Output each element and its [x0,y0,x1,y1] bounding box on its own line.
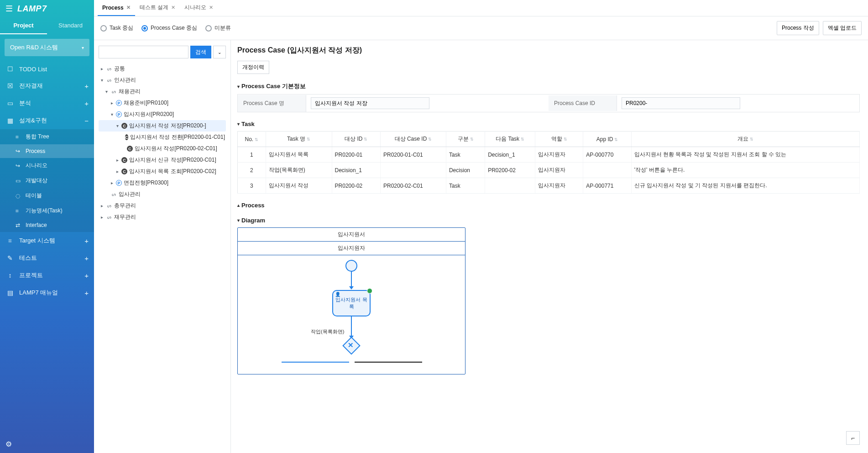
diagram-start-event[interactable] [345,260,357,272]
tree-toggle-icon[interactable]: ▸ [110,100,114,105]
tree-toggle-icon[interactable]: ▸ [115,169,120,174]
submenu-icon: ⌗ [16,134,23,140]
settings-icon[interactable]: ⚙ [5,440,12,448]
table-column-header[interactable]: 다음 Task⇅ [485,132,535,147]
table-row[interactable]: 3입사지원서 작성PR0200-02PR0200-02-C01Task입사지원자… [238,178,860,194]
column-label: 구분 [458,136,469,142]
tree-toggle-icon[interactable]: ▸ [99,66,104,71]
sort-icon: ⇅ [428,137,432,142]
sidebar-item[interactable]: ▤LAMP7 매뉴얼+ [0,284,94,301]
tree-node[interactable]: ▸C입사지원서 작성 전환[PR0200-01-C01] [99,132,226,143]
tree-node[interactable]: ▸P채용준비[PR0100] [99,97,226,109]
case-icon: C [121,157,127,163]
sidebar-item[interactable]: ▭분석+ [0,95,94,112]
close-icon[interactable]: ✕ [171,5,175,11]
tree-node[interactable]: ▸ᔕ공통 [99,63,226,74]
tree-node[interactable]: ▾C입사지원서 작성 저장[PR0200-] [99,120,226,132]
tree-toggle-icon[interactable]: ▾ [115,123,120,128]
tree-node[interactable]: ▾P입사지원서[PR0200] [99,109,226,120]
bpmn-diagram[interactable]: 입사지원서 입사지원자 입사지원서 목록 👤 작업(목록화면) [237,227,465,374]
table-cell [380,163,446,178]
sidebar-item[interactable]: ✎테스트+ [0,249,94,267]
field-id-input[interactable] [622,97,740,109]
diagram-canvas[interactable]: 입사지원서 목록 👤 작업(목록화면) ✕ [238,255,465,374]
menu-toggle-icon[interactable]: ☰ [5,4,13,14]
section-diagram-header[interactable]: ▾ Diagram [237,217,860,224]
tree-search-button[interactable]: 검색 [190,46,211,58]
table-cell: 신규 입사지원서 작성 및 기 작성된 지원서를 편집한다. [631,178,859,194]
sidebar-subitem[interactable]: ⌗통합 Tree [0,129,94,144]
editor-tab[interactable]: 테스트 설계✕ [135,0,180,16]
table-column-header[interactable]: 대상 Case ID⇅ [380,132,446,147]
tree-node[interactable]: ▸ᔕ입사관리 [99,189,226,200]
tree-toggle-icon[interactable]: ▸ [99,215,104,220]
tree-toggle-icon[interactable]: ▸ [110,180,114,185]
editor-tab[interactable]: Process✕ [98,0,135,16]
sidebar-item[interactable]: ☐TODO List [0,61,94,77]
sidebar-subitem[interactable]: ⌗기능명세(Task) [0,203,94,218]
close-icon[interactable]: ✕ [126,5,131,11]
table-cell [583,163,631,178]
sidebar-tab-project[interactable]: Project [0,17,47,34]
sidebar-item[interactable]: ☒전자결재+ [0,77,94,95]
table-column-header[interactable]: 역할⇅ [535,132,583,147]
table-column-header[interactable]: 개요⇅ [631,132,859,147]
sidebar-subitem[interactable]: ↪시나리오 [0,158,94,173]
section-basic-header[interactable]: ▾ Process Case 기본정보 [237,82,860,90]
tree-node[interactable]: ▸ᔕ총무관리 [99,200,226,211]
tree-toggle-icon[interactable]: ▸ [99,203,104,208]
sidebar-item[interactable]: ↕프로젝트+ [0,267,94,284]
menu-icon: ↕ [5,272,15,279]
process-create-button[interactable]: Process 작성 [777,21,819,35]
tree-node[interactable]: ▸C입사지원서 작성[PR0200-02-C01] [99,143,226,154]
table-row[interactable]: 1입사지원서 목록PR0200-01PR0200-01-C01TaskDecis… [238,147,860,163]
tree-toggle-icon[interactable]: ▾ [110,112,114,117]
tree-node[interactable]: ▾ᔕ채용관리 [99,86,226,97]
sort-icon: ⇅ [614,137,618,142]
table-cell: AP-000770 [583,147,631,163]
sidebar-item-label: 테스트 [19,254,84,262]
page-title: Process Case (입사지원서 작성 저장) [237,46,860,55]
table-column-header[interactable]: Task 명⇅ [266,132,332,147]
view-mode-option[interactable]: Process Case 중심 [141,24,197,32]
table-cell: PR0200-02 [332,178,380,194]
sidebar-tab-standard[interactable]: Standard [47,17,94,34]
column-label: 대상 Case ID [395,136,427,142]
table-column-header[interactable]: App ID⇅ [583,132,631,147]
history-button[interactable]: 개정이력 [237,61,269,74]
locate-origin-button[interactable]: ⌐ [846,431,860,445]
sidebar-item[interactable]: ⌗Target 시스템+ [0,232,94,249]
tree-node[interactable]: ▾ᔕ인사관리 [99,74,226,86]
close-icon[interactable]: ✕ [209,5,213,11]
section-process-header[interactable]: ▴ Process [237,202,860,209]
sidebar-item[interactable]: ▦설계&구현− [0,112,94,129]
view-mode-option[interactable]: 미분류 [205,24,231,32]
view-mode-option[interactable]: Task 중심 [100,24,133,32]
tree-toggle-icon[interactable]: ▾ [99,78,104,83]
table-column-header[interactable]: 구분⇅ [446,132,485,147]
sidebar-subitem[interactable]: ⇄Interface [0,218,94,232]
tree-toggle-icon[interactable]: ▸ [115,158,120,163]
diagram-status-badge-icon [367,288,372,294]
section-task-header[interactable]: ▾ Task [237,121,860,127]
table-row[interactable]: 2작업(목록화면)Decision_1DecisionPR0200-02입사지원… [238,163,860,178]
excel-upload-button[interactable]: 엑셀 업로드 [823,21,862,35]
sidebar-subitem[interactable]: ◌테이블 [0,188,94,203]
tree-toggle-icon[interactable]: ▾ [104,89,109,94]
table-column-header[interactable]: No.⇅ [238,132,266,147]
tree-node[interactable]: ▸C입사지원서 신규 작성[PR0200-C01] [99,154,226,166]
editor-tab[interactable]: 시나리오✕ [180,0,218,16]
table-column-header[interactable]: 대상 ID⇅ [332,132,380,147]
menu-icon: ▦ [5,117,15,124]
project-selector[interactable]: Open R&D 시스템 ▾ [5,39,89,56]
sidebar-subitem[interactable]: ▭개발대상 [0,173,94,188]
tree-node[interactable]: ▸C입사지원서 목록 조회[PR0200-C02] [99,166,226,177]
tree-node[interactable]: ▸P면접전형[PR0300] [99,177,226,189]
tree-expand-button[interactable]: ⌄ [213,46,226,58]
sidebar-subitem[interactable]: ↪Process [0,144,94,158]
user-task-icon: 👤 [335,292,340,297]
main-area: Process✕테스트 설계✕시나리오✕ Task 중심Process Case… [94,0,868,453]
field-name-input[interactable] [311,97,429,109]
tree-search-input[interactable] [99,46,188,58]
tree-node[interactable]: ▸ᔕ재무관리 [99,211,226,223]
